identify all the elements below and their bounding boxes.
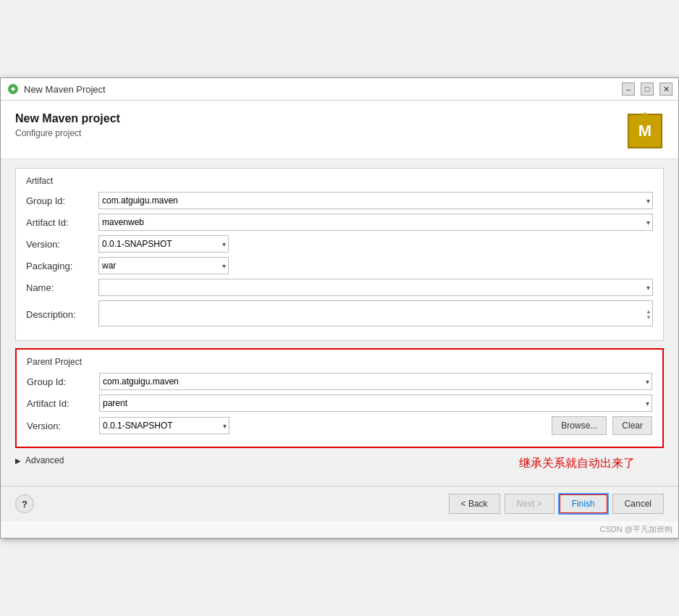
parent-project-section: Parent Project Group Id: ▾ Artifact Id: … — [15, 348, 664, 448]
artifact-id-row: Artifact Id: ▾ — [26, 214, 653, 231]
maven-title-icon — [7, 83, 20, 96]
group-id-label: Group Id: — [26, 195, 98, 206]
browse-button[interactable]: Browse... — [552, 416, 607, 435]
artifact-id-label: Artifact Id: — [26, 217, 98, 228]
parent-artifact-id-input[interactable] — [99, 395, 652, 412]
parent-section-title: Parent Project — [27, 357, 652, 367]
version-label: Version: — [26, 239, 98, 250]
footer-buttons: < Back Next > Finish Cancel — [449, 494, 664, 514]
parent-group-id-container: ▾ — [99, 373, 652, 390]
next-button[interactable]: Next > — [505, 494, 554, 514]
advanced-row: ▶ Advanced — [15, 455, 64, 465]
version-container: ▾ — [98, 235, 229, 253]
parent-artifact-id-label: Artifact Id: — [27, 398, 99, 409]
dialog-header: New Maven project Configure project M — [1, 101, 678, 159]
parent-artifact-id-container: ▾ — [99, 395, 652, 412]
artifact-id-container: ▾ — [98, 214, 653, 231]
parent-group-id-label: Group Id: — [27, 376, 99, 387]
artifact-id-input[interactable] — [98, 214, 653, 231]
title-controls: – □ ✕ — [622, 83, 672, 96]
maven-logo: M — [628, 114, 662, 148]
packaging-container: ▾ — [98, 257, 229, 274]
parent-version-row: Version: ▾ Browse... Clear — [27, 416, 652, 435]
dialog-header-text: New Maven project Configure project — [15, 112, 120, 138]
parent-version-label: Version: — [27, 421, 99, 431]
description-spinners: ▲ ▼ — [646, 300, 651, 329]
clear-button[interactable]: Clear — [612, 416, 652, 435]
name-container: ▾ — [98, 279, 653, 296]
help-button[interactable]: ? — [15, 494, 34, 513]
title-text: New Maven Project — [24, 84, 106, 95]
dialog-subtitle: Configure project — [15, 128, 120, 138]
desc-arrow-down[interactable]: ▼ — [646, 315, 651, 321]
parent-version-container: ▾ — [99, 417, 229, 434]
packaging-row: Packaging: ▾ — [26, 257, 653, 274]
close-button[interactable]: ✕ — [659, 83, 672, 96]
dialog-body: Artifact Group Id: ▾ Artifact Id: ▾ Vers… — [1, 159, 678, 486]
name-row: Name: ▾ — [26, 279, 653, 296]
parent-artifact-id-row: Artifact Id: ▾ — [27, 395, 652, 412]
artifact-section-title: Artifact — [26, 176, 653, 186]
artifact-section: Artifact Group Id: ▾ Artifact Id: ▾ Vers… — [15, 168, 664, 341]
group-id-container: ▾ — [98, 192, 653, 209]
watermark-text: CSDN @平凡加班狗 — [600, 525, 672, 533]
dialog-footer: ? < Back Next > Finish Cancel — [1, 486, 678, 521]
dialog-title: New Maven project — [15, 112, 120, 125]
minimize-button[interactable]: – — [622, 83, 635, 96]
parent-version-controls: ▾ Browse... Clear — [99, 416, 652, 435]
back-button[interactable]: < Back — [449, 494, 500, 514]
parent-group-id-input[interactable] — [99, 373, 652, 390]
maximize-button[interactable]: □ — [641, 83, 654, 96]
cancel-button[interactable]: Cancel — [612, 494, 664, 514]
advanced-annotation-row: ▶ Advanced 继承关系就自动出来了 — [15, 455, 664, 471]
description-input[interactable] — [98, 300, 653, 326]
version-input[interactable] — [98, 235, 229, 253]
advanced-triangle-icon[interactable]: ▶ — [15, 457, 21, 465]
title-bar-left: New Maven Project — [7, 83, 106, 96]
watermark: CSDN @平凡加班狗 — [1, 521, 678, 538]
version-row: Version: ▾ — [26, 235, 653, 253]
dialog-header-icon: M — [626, 112, 664, 150]
annotation-text: 继承关系就自动出来了 — [519, 456, 635, 471]
packaging-label: Packaging: — [26, 261, 98, 271]
description-row: Description: ▲ ▼ — [26, 300, 653, 329]
description-container: ▲ ▼ — [98, 300, 653, 329]
dialog-window: New Maven Project – □ ✕ New Maven projec… — [0, 77, 679, 539]
parent-group-id-row: Group Id: ▾ — [27, 373, 652, 390]
finish-button[interactable]: Finish — [559, 494, 608, 514]
group-id-input[interactable] — [98, 192, 653, 209]
name-input[interactable] — [98, 279, 653, 296]
name-label: Name: — [26, 282, 98, 293]
title-bar: New Maven Project – □ ✕ — [1, 78, 678, 101]
group-id-row: Group Id: ▾ — [26, 192, 653, 209]
parent-version-input[interactable] — [99, 417, 229, 434]
advanced-label[interactable]: Advanced — [25, 455, 64, 465]
description-label: Description: — [26, 309, 98, 320]
packaging-input[interactable] — [98, 257, 229, 274]
